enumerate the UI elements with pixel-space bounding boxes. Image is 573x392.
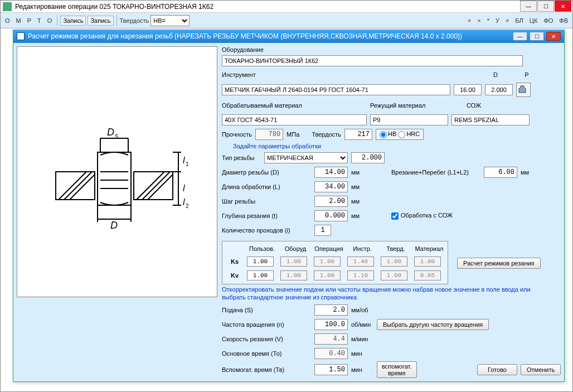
main-window: Редактирование операции 025 ТОКАРНО-ВИНТ… [0,0,573,392]
material-field[interactable]: 40Х ГОСТ 4543-71 [222,114,367,125]
rpm-label: Частота вращения (n) [222,321,311,328]
main-time-unit: мин [351,350,373,357]
len-input[interactable] [314,181,348,192]
kv-0[interactable] [247,270,274,280]
hardness-label: Твердость [312,131,341,138]
tb-r5[interactable]: × [503,16,511,25]
coef-h1: Оборуд [280,245,310,252]
drawing-preview: Ds D l1 l l2 [17,46,217,297]
dlg-minimize-button[interactable]: — [513,32,527,41]
hardness-input[interactable] [344,129,372,140]
svg-rect-0 [56,172,95,200]
thread-type-select[interactable]: МЕТРИЧЕСКАЯ [264,152,348,163]
hrc-radio[interactable]: HRC [398,130,420,137]
coef-h4: Тверд. [381,245,411,252]
aux-time-label: Вспомогат. время (Тв) [222,366,311,373]
depth-input[interactable] [314,210,348,221]
tb-r[interactable]: Р [25,16,33,25]
tb-r1[interactable]: × [465,16,473,25]
cool-checkbox[interactable]: Обработка с СОЖ [391,212,453,220]
svg-text:s: s [115,132,118,140]
tb-r8[interactable]: ФО [541,16,555,25]
dlg-maximize-button[interactable]: ☐ [530,32,544,41]
app-icon [3,2,12,11]
step-label: Шаг резьбы [222,198,311,205]
cool-field[interactable]: REMS SPEZIAL [451,114,530,125]
coef-h3: Инстр. [347,245,377,252]
svg-rect-1 [134,172,173,200]
aux-time-input[interactable] [314,364,348,375]
calc-button[interactable]: Расчет режимов резания [457,258,541,269]
coef-h2: Операция [314,245,344,252]
tb-r3[interactable]: * [485,16,492,25]
tb-o2[interactable]: О [45,16,55,25]
feed-input[interactable] [314,304,348,316]
zapis1-button[interactable]: Запись [60,16,86,26]
diam-unit: мм [351,169,373,176]
p-label: P [513,71,541,78]
ks-label: Ks [226,258,244,265]
svg-text:l: l [183,183,185,193]
equipment-field[interactable]: ТОКАРНО-ВИНТОРЕЗНЫЙ 1К62 [222,55,523,66]
hardness-radio-group: HB HRC [376,129,424,140]
svg-text:l: l [183,197,185,207]
cut-material-field[interactable]: P9 [370,114,448,125]
ks-0[interactable] [247,257,274,267]
thread-pitch-box[interactable] [351,152,385,163]
hb-radio[interactable]: HB [380,130,396,137]
rpm-button[interactable]: Выбрать другую частоту вращения [377,319,489,330]
rpm-input[interactable] [314,319,348,330]
strength-unit: МПа [286,131,299,138]
tb-r6[interactable]: БЛ [513,16,525,25]
step-input[interactable] [314,196,348,207]
ks-2 [314,257,341,267]
feed-unit: мм/об [351,307,373,313]
maximize-button[interactable]: ☐ [537,1,554,12]
diam-label: Диаметр резьбы (D) [222,169,311,176]
minimize-button[interactable]: — [520,1,537,12]
kv-3 [347,270,374,280]
tb-r9[interactable]: ФВ [557,16,570,25]
tool-icon[interactable] [516,83,531,97]
dlg-close-button[interactable]: ✕ [546,32,561,41]
tb-t[interactable]: Т [35,16,43,25]
close-button[interactable]: ✕ [555,1,571,12]
params-link[interactable]: Задайте параметры обработки [233,143,561,149]
material-label: Обрабатываемый материал [222,102,367,109]
hb-select[interactable]: HB= [150,15,190,26]
p-value[interactable]: 2.000 [485,84,513,95]
d-value[interactable]: 16.00 [454,84,482,95]
diam-input[interactable] [314,167,348,178]
strength-input [255,129,283,140]
kv-label: Kv [226,272,244,279]
instrument-label: Инструмент [222,71,478,78]
tb-r7[interactable]: ЦК [527,16,540,25]
coef-table: Пользов. Оборуд Операция Инстр. Тверд. М… [222,241,448,284]
depth-label: Глубина резания (t) [222,212,311,219]
len-label: Длина обработки (L) [222,183,311,190]
main-title: Редактирование операции 025 ТОКАРНО-ВИНТ… [15,3,213,11]
feed-label: Подача (S) [222,307,311,313]
passes-input[interactable] [314,225,331,236]
aux-time-button[interactable]: вспомогат. время [377,361,417,378]
main-time-label: Основное время (То) [222,350,311,357]
svg-text:1: 1 [186,161,189,167]
done-button[interactable]: Готово [477,364,517,375]
tb-m[interactable]: М [14,16,23,25]
tb-o[interactable]: О [3,16,12,25]
tb-r4[interactable]: У [493,16,502,25]
zapis2-button[interactable]: Запись [88,16,113,26]
svg-text:l: l [183,156,185,165]
kv-1 [280,270,307,280]
dialog-title: Расчет режимов резания для нарезания рез… [28,32,509,40]
aux-time-unit: мин [351,366,373,373]
cancel-button[interactable]: Отменить [521,364,561,375]
vrez-input[interactable] [484,167,517,178]
kv-4 [381,270,407,280]
coef-h5: Материал [414,245,444,252]
svg-text:D: D [107,127,114,138]
rpm-unit: об/мин [351,321,373,328]
instrument-field[interactable]: МЕТЧИК ГАЕЧНЫЙ Л 2640-0194 Р9 ГОСТ 1604-… [222,84,450,95]
tb-r2[interactable]: × [475,16,483,25]
speed-label: Скорость резания (V) [222,336,311,342]
